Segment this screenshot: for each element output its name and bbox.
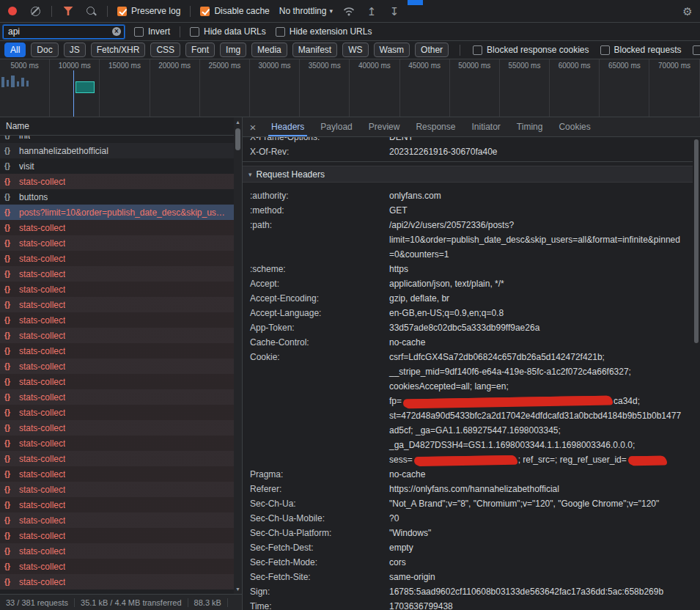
clear-filter-icon[interactable]: × [112,27,121,36]
details-scrollbar[interactable] [693,137,700,610]
request-row[interactable]: {}stats-collect [0,420,234,436]
request-row[interactable]: {}init [0,136,234,143]
header-name: :path: [250,218,389,262]
tab-cookies[interactable]: Cookies [550,117,598,136]
clear-button[interactable] [29,4,42,18]
request-row[interactable]: {}stats-collect [0,528,234,543]
request-row[interactable]: {}stats-collect [0,405,234,420]
filter-chip-all[interactable]: All [4,43,26,57]
header-value: "Windows" [389,526,693,540]
filter-chip-media[interactable]: Media [251,43,287,57]
details-tabs: HeadersPayloadPreviewResponseInitiatorTi… [263,117,599,136]
import-har-button[interactable]: ↥ [365,4,378,18]
request-row[interactable]: {}hannahelizabethofficial [0,143,234,158]
header-row: Cache-Control:no-cache [243,335,693,350]
timeline-tick: 65000 ms [600,59,649,117]
search-button[interactable] [84,4,97,18]
header-value: empty [389,540,693,555]
request-row[interactable]: {}stats-collect [0,512,234,528]
scroll-up-icon[interactable]: ▲ [234,120,242,125]
timeline-activity-block [75,81,95,93]
blocked-response-cookies-checkbox[interactable]: Blocked response cookies [473,45,589,55]
tab-initiator[interactable]: Initiator [463,117,508,136]
request-row[interactable]: {}stats-collect [0,574,234,589]
request-row[interactable]: {}stats-collect [0,451,234,466]
request-row[interactable]: {}stats-collect [0,235,234,251]
filter-chip-js[interactable]: JS [64,43,86,57]
record-button[interactable] [6,4,19,18]
overview-timeline[interactable]: 5000 ms10000 ms15000 ms20000 ms25000 ms3… [0,59,700,117]
filter-chip-other[interactable]: Other [415,43,449,57]
filter-chip-css[interactable]: CSS [150,43,180,57]
filter-chip-manifest[interactable]: Manifest [292,43,337,57]
throttling-dropdown[interactable]: No throttling ▾ [279,6,333,16]
request-row[interactable]: {}stats-collect [0,389,234,405]
third-party-requests-checkbox[interactable]: 3rd-party requests [693,45,700,55]
request-row[interactable]: {}stats-collect [0,497,234,512]
json-icon: {} [4,562,15,570]
filter-chip-font[interactable]: Font [185,43,215,57]
request-name: stats-collect [19,546,65,556]
preserve-log-checkbox[interactable]: Preserve log [117,6,180,16]
filter-chip-img[interactable]: Img [220,43,246,57]
tab-preview[interactable]: Preview [361,117,408,136]
json-icon: {} [4,455,15,463]
request-name: stats-collect [19,469,65,479]
clear-icon [31,7,40,16]
settings-button[interactable]: ⚙ [681,4,694,18]
hide-data-urls-checkbox[interactable]: Hide data URLs [190,26,266,37]
request-row[interactable]: {}stats-collect [0,266,234,282]
request-row[interactable]: {}stats-collect [0,343,234,359]
filter-chip-wasm[interactable]: Wasm [374,43,410,57]
request-headers-section[interactable]: ▾ Request Headers [243,166,693,183]
toolbar-divider [51,6,52,17]
tab-headers[interactable]: Headers [263,117,312,136]
request-row[interactable]: {}stats-collect [0,559,234,574]
request-row[interactable]: {}stats-collect [0,220,234,235]
request-row[interactable]: {}stats-collect [0,436,234,451]
summary-bar: 33 / 381 requests 35.1 kB / 4.4 MB trans… [0,594,242,610]
blocked-requests-checkbox[interactable]: Blocked requests [600,45,682,55]
network-conditions-button[interactable] [342,4,355,18]
hide-extension-urls-checkbox[interactable]: Hide extension URLs [276,26,372,37]
request-row[interactable]: {}stats-collect [0,174,234,189]
request-row[interactable]: {}stats-collect [0,466,234,482]
name-column-header[interactable]: Name [0,117,242,136]
request-row[interactable]: {}stats-collect [0,328,234,343]
request-row[interactable]: {}visit [0,158,234,174]
request-row[interactable]: {}stats-collect [0,359,234,374]
request-row[interactable]: {}stats-collect [0,297,234,312]
scrollbar-thumb[interactable] [235,128,240,150]
request-row[interactable]: {}stats-collect [0,482,234,497]
tab-response[interactable]: Response [408,117,463,136]
waterfall-bar [17,81,19,87]
request-name: stats-collect [19,454,65,464]
scrollbar-thumb[interactable] [694,139,699,343]
request-row[interactable]: {}stats-collect [0,374,234,389]
filter-chip-fetch-xhr[interactable]: Fetch/XHR [91,43,146,57]
transferred-size: 35.1 kB / 4.4 MB transferred [75,598,188,607]
timeline-selection-line[interactable] [73,70,74,117]
filter-input[interactable] [8,26,109,37]
invert-checkbox[interactable]: Invert [134,26,170,37]
close-icon[interactable]: × [243,117,263,136]
export-har-button[interactable]: ↧ [388,4,401,18]
request-row[interactable]: {}stats-collect [0,312,234,328]
toolbar-divider [460,45,460,56]
tab-timing[interactable]: Timing [509,117,551,136]
disable-cache-checkbox[interactable]: Disable cache [200,6,269,16]
disable-cache-label: Disable cache [214,6,269,16]
request-row[interactable]: {}stats-collect [0,543,234,559]
request-row[interactable]: {}posts?limit=10&order=publish_date_desc… [0,205,234,220]
request-list-scrollbar[interactable]: ▲ ▼ [234,117,242,594]
tab-payload[interactable]: Payload [312,117,360,136]
request-row[interactable]: {}buttons [0,189,234,205]
filter-toggle-button[interactable] [62,4,75,18]
filter-chip-doc[interactable]: Doc [31,43,58,57]
filter-chip-ws[interactable]: WS [342,43,368,57]
request-row[interactable]: {}stats-collect [0,251,234,266]
request-name: posts?limit=10&order=publish_date_desc&s… [19,207,229,218]
checkbox-unchecked-icon [693,45,700,55]
scroll-down-icon[interactable]: ▼ [234,587,242,592]
request-row[interactable]: {}stats-collect [0,282,234,297]
